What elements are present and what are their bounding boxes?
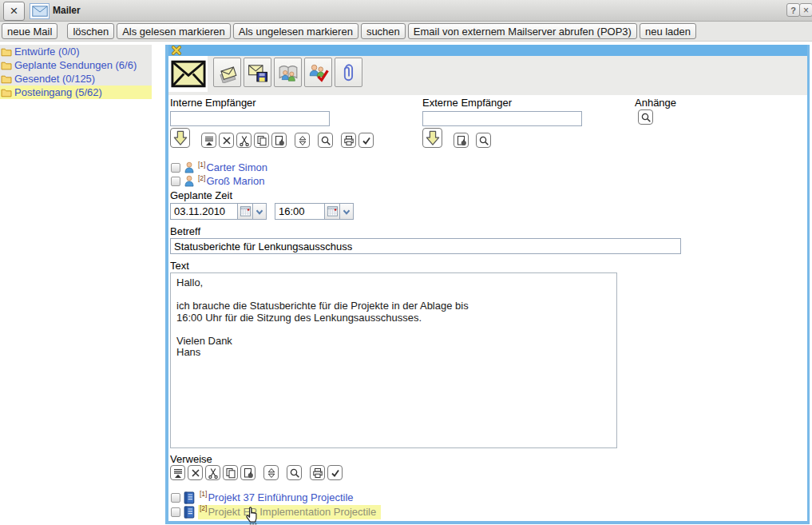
contact-checkbox[interactable] [171,163,180,173]
send-mail-icon [217,62,238,83]
sidebar-item-entwuerfe[interactable]: Entwürfe (0/0) [0,45,152,58]
attach-file-button[interactable] [335,58,362,87]
person-icon [184,161,195,173]
compose-titlebar [168,45,807,56]
folder-sidebar: Entwürfe (0/0) Geplante Sendungen (6/6) … [0,45,152,99]
insert-selected-button[interactable] [422,128,442,148]
folder-label[interactable]: Geplante Sendungen (6/6) [14,59,137,71]
confirm-icon [361,135,372,146]
contact-ref: [2] [198,174,205,182]
body-label: Text [170,260,189,272]
calendar-icon [240,205,252,217]
search-icon [478,135,489,146]
reference-ref: [2] [200,504,207,512]
search-button[interactable]: suchen [361,23,406,39]
time-input[interactable] [275,203,325,220]
save-mail-icon [248,62,268,83]
sidebar-item-gesendet[interactable]: Gesendet (0/125) [0,72,152,86]
sort-button[interactable] [263,465,279,480]
external-recipients-input[interactable] [422,111,582,126]
copy-icon [256,135,267,146]
assign-contacts-button[interactable] [304,58,332,87]
internal-recipients-label: Interne Empfänger [170,97,256,109]
reference-link[interactable]: Projekt EP Implementation Projectile [208,506,376,518]
contact-link[interactable]: Carter Simon [206,161,267,173]
search-button[interactable] [287,465,302,480]
confirm-button[interactable] [358,133,374,148]
new-mail-button[interactable]: neue Mail [2,23,57,39]
sidebar-item-posteingang[interactable]: Posteingang (5/62) [0,86,152,99]
attach-file-icon [339,62,359,83]
insert-top-icon [204,135,215,146]
insert-top-button[interactable] [170,465,185,480]
window-title: Mailer [53,5,81,16]
reference-ref: [1] [200,490,207,498]
project-book-icon [184,506,195,519]
reload-button[interactable]: neu laden [640,23,696,39]
paste-button[interactable] [454,133,469,148]
attachments-label: Anhänge [635,97,676,109]
folder-label[interactable]: Entwürfe (0/0) [14,46,80,58]
reference-checkbox[interactable] [171,507,180,517]
print-button[interactable] [310,465,325,480]
time-dropdown-button[interactable] [340,203,354,220]
reference-checkbox[interactable] [171,493,180,503]
confirm-icon [330,467,341,479]
delete-button[interactable] [188,465,203,480]
paste-button[interactable] [271,133,287,148]
contact-checkbox[interactable] [171,177,180,186]
cut-button[interactable] [205,465,220,480]
insert-selected-button[interactable] [170,128,190,148]
compose-panel: Interne Empfänger Externe Empfänger Anhä… [165,45,810,524]
cut-icon [208,467,219,479]
search-button[interactable] [476,133,491,148]
folder-label[interactable]: Gesendet (0/125) [14,73,95,85]
clock-button[interactable] [325,203,340,220]
envelope-big-icon [171,60,206,88]
delete-button[interactable] [219,133,234,148]
cut-button[interactable] [236,133,252,148]
reference-link[interactable]: Projekt 37 Einführung Projectile [208,491,353,503]
external-recipients-label: Externe Empfänger [422,97,512,109]
folder-label[interactable]: Posteingang (5/62) [14,86,102,98]
internal-recipients-input[interactable] [170,111,330,126]
internal-recipients-toolbar [170,128,374,148]
insert-top-button[interactable] [201,133,216,148]
mark-unread-button[interactable]: Als ungelesen markieren [233,23,358,39]
copy-button[interactable] [223,465,238,480]
print-icon [312,467,323,479]
calendar-button[interactable] [238,203,253,220]
confirm-button[interactable] [327,465,343,480]
print-button[interactable] [341,133,356,148]
contact-link[interactable]: Groß Marion [206,175,264,187]
close-button[interactable]: × [799,3,812,17]
date-dropdown-button[interactable] [253,203,267,220]
window-close-button[interactable]: × [3,2,25,21]
save-mail-button[interactable] [244,58,271,87]
delete-button[interactable]: löschen [67,23,114,39]
sidebar-item-geplante-sendungen[interactable]: Geplante Sendungen (6/6) [0,58,152,72]
send-mail-button[interactable] [213,58,241,87]
help-button[interactable]: ? [786,3,800,17]
sort-button[interactable] [295,133,310,148]
subject-label: Betreff [170,225,200,237]
folder-icon [1,47,12,57]
attachments-search-button[interactable] [638,109,653,125]
folder-icon [1,88,12,97]
panel-close-icon[interactable] [172,46,181,55]
arrow-down-icon [426,130,440,146]
address-book-button[interactable] [274,58,302,87]
subject-input[interactable] [170,238,681,254]
paste-button[interactable] [240,465,255,480]
date-input[interactable] [170,203,238,220]
copy-button[interactable] [254,133,269,148]
delete-icon [221,135,232,146]
chevron-down-icon [341,206,352,217]
body-textarea[interactable]: Hallo, ich brauche die Statusberichte fü… [170,272,617,448]
reference-row: [1] Projekt 37 Einführung Projectile [171,491,358,504]
search-button[interactable] [318,133,333,148]
calendar-icon [327,205,339,217]
mark-read-button[interactable]: Als gelesen markieren [117,23,231,39]
fetch-pop3-button[interactable]: Email von externem Mailserver abrufen (P… [408,23,637,39]
time-picker [275,203,354,220]
